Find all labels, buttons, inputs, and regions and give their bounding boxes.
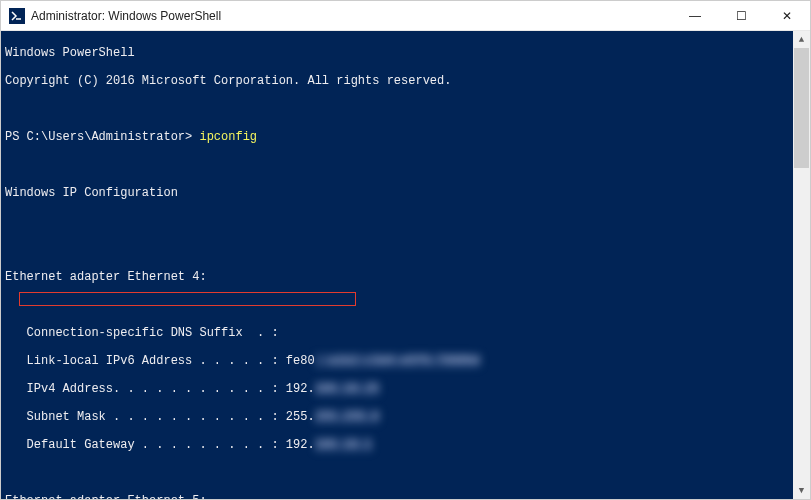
prompt-1: PS C:\Users\Administrator> xyxy=(5,130,199,144)
titlebar[interactable]: Administrator: Windows PowerShell — ☐ ✕ xyxy=(1,1,810,31)
eth4-ipv4-hidden: 168.10.25 xyxy=(315,382,380,396)
eth5-heading: Ethernet adapter Ethernet 5: xyxy=(5,494,207,499)
eth4-ipv4-label: IPv4 Address. . . . . . . . . . . : 192. xyxy=(5,382,315,396)
eth4-heading: Ethernet adapter Ethernet 4: xyxy=(5,270,207,284)
maximize-button[interactable]: ☐ xyxy=(718,1,764,31)
ps-header-2: Copyright (C) 2016 Microsoft Corporation… xyxy=(5,74,451,88)
ipconfig-title: Windows IP Configuration xyxy=(5,186,178,200)
command-ipconfig: ipconfig xyxy=(199,130,257,144)
ps-header-1: Windows PowerShell xyxy=(5,46,135,60)
powershell-icon xyxy=(9,8,25,24)
eth4-gw-hidden: 168.10.1 xyxy=(315,438,373,452)
close-button[interactable]: ✕ xyxy=(764,1,810,31)
powershell-window: Administrator: Windows PowerShell — ☐ ✕ … xyxy=(0,0,811,500)
eth4-dns: Connection-specific DNS Suffix . : xyxy=(5,326,279,340)
eth4-ipv6-label: Link-local IPv6 Address . . . . . : fe80 xyxy=(5,354,315,368)
eth4-ipv6-hidden: ::a1b2:c3d4:e5f6:7890%4 xyxy=(315,354,481,368)
window-title: Administrator: Windows PowerShell xyxy=(31,9,221,23)
vertical-scrollbar[interactable]: ▲ ▼ xyxy=(793,31,810,499)
terminal[interactable]: Windows PowerShell Copyright (C) 2016 Mi… xyxy=(1,31,810,499)
scroll-up-icon[interactable]: ▲ xyxy=(793,31,810,48)
eth4-mask-label: Subnet Mask . . . . . . . . . . . : 255. xyxy=(5,410,315,424)
scrollbar-thumb[interactable] xyxy=(794,48,809,168)
minimize-button[interactable]: — xyxy=(672,1,718,31)
terminal-content: Windows PowerShell Copyright (C) 2016 Mi… xyxy=(1,31,810,499)
eth4-mask-hidden: 255.255.0 xyxy=(315,410,380,424)
scroll-down-icon[interactable]: ▼ xyxy=(793,482,810,499)
eth4-gw-label: Default Gateway . . . . . . . . . : 192. xyxy=(5,438,315,452)
scrollbar-track[interactable] xyxy=(793,48,810,482)
